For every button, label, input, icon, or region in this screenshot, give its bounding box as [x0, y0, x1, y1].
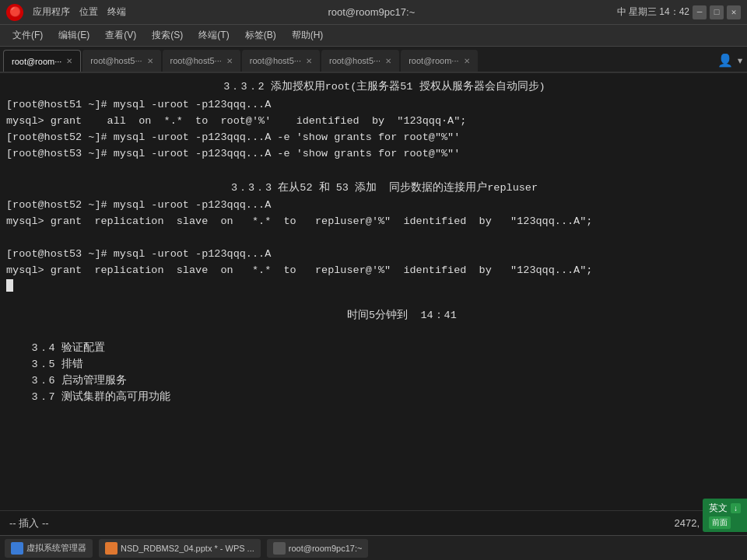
tab-3[interactable]: root@host5··· ✕ — [242, 50, 320, 72]
term-line-4: [root@host53 ~]# mysql -uroot -p123qqq..… — [6, 146, 741, 163]
title-bar-left: 🔴 应用程序 位置 终端 — [6, 4, 126, 21]
tab-1-label: root@host5··· — [90, 56, 142, 65]
term-line-12 — [6, 292, 741, 308]
title-bar: 🔴 应用程序 位置 终端 root@room9pc17:~ 中 星期三 14：4… — [0, 0, 747, 25]
tab-5[interactable]: root@room··· ✕ — [401, 50, 477, 72]
term-menu-2: 3．5 排错 — [6, 357, 741, 373]
close-button[interactable]: ✕ — [727, 5, 741, 19]
menu-app[interactable]: 应用程序 — [33, 5, 70, 19]
term-line-1: [root@host51 ~]# mysql -uroot -p123qqq..… — [6, 97, 741, 114]
tab-5-close[interactable]: ✕ — [464, 57, 470, 65]
taskbar-pptx-icon — [105, 542, 117, 555]
term-menu-1: 3．4 验证配置 — [6, 341, 741, 357]
tab-1-close[interactable]: ✕ — [147, 57, 153, 65]
taskbar: 虚拟系统管理器 NSD_RDBMS2_04.pptx * - WPS ... r… — [0, 535, 747, 560]
term-line-0: 3．3．2 添加授权用root(主服务器51 授权从服务器会自动同步) — [6, 78, 741, 97]
tab-4-label: root@host5··· — [329, 56, 381, 65]
term-line-10: [root@host53 ~]# mysql -uroot -p123qqq..… — [6, 247, 741, 263]
menu-bar: 文件(F) 编辑(E) 查看(V) 搜索(S) 终端(T) 标签(B) 帮助(H… — [0, 25, 747, 47]
ime-row-top: 英文 ↓ — [709, 502, 741, 515]
menu-file[interactable]: 文件(F) — [6, 27, 49, 44]
tab-0[interactable]: root@room··· ✕ — [3, 50, 81, 72]
taskbar-terminal-label: root@room9pc17:~ — [289, 544, 363, 553]
menu-help[interactable]: 帮助(H) — [286, 27, 330, 44]
tab-2-close[interactable]: ✕ — [226, 57, 233, 65]
term-line-3: [root@host52 ~]# mysql -uroot -p123qqq..… — [6, 130, 741, 146]
taskbar-terminal-icon — [273, 542, 286, 555]
tab-0-close[interactable]: ✕ — [66, 57, 72, 65]
ime-row-bottom: 前面 — [709, 516, 741, 529]
menu-term[interactable]: 终端 — [107, 5, 126, 19]
ime-badge[interactable]: 英文 ↓ 前面 — [703, 499, 747, 532]
menu-terminal[interactable]: 终端(T) — [192, 27, 235, 44]
term-line-11: mysql> grant replication slave on *.* to… — [6, 263, 741, 279]
tab-4[interactable]: root@host5··· ✕ — [321, 50, 399, 72]
term-line-8: mysql> grant replication slave on *.* to… — [6, 214, 741, 230]
term-cursor-line — [6, 279, 741, 292]
status-bar: -- 插入 -- 2472, 1 55% — [0, 510, 747, 535]
insert-mode: -- 插入 -- — [9, 516, 49, 530]
term-blank-1 — [6, 324, 741, 341]
cursor — [6, 279, 13, 292]
term-line-5 — [6, 163, 741, 179]
ime-inner: 英文 ↓ 前面 — [709, 502, 741, 529]
ime-arrow-btn[interactable]: ↓ — [731, 503, 741, 513]
tab-1[interactable]: root@host5··· ✕ — [82, 50, 160, 72]
ime-label: 英文 — [709, 502, 728, 515]
tab-2[interactable]: root@host5··· ✕ — [163, 50, 240, 72]
menu-pos[interactable]: 位置 — [79, 5, 98, 19]
term-menu-3: 3．6 启动管理服务 — [6, 373, 741, 390]
tab-3-close[interactable]: ✕ — [306, 57, 312, 65]
taskbar-terminal[interactable]: root@room9pc17:~ — [267, 539, 369, 558]
terminal-content[interactable]: 3．3．2 添加授权用root(主服务器51 授权从服务器会自动同步) [roo… — [0, 73, 747, 510]
tab-4-close[interactable]: ✕ — [385, 57, 391, 65]
taskbar-vm-label: 虚拟系统管理器 — [26, 542, 86, 554]
tab-2-label: root@host5··· — [170, 56, 222, 65]
taskbar-pptx[interactable]: NSD_RDBMS2_04.pptx * - WPS ... — [99, 539, 261, 558]
tab-bar: root@room··· ✕ root@host5··· ✕ root@host… — [0, 47, 747, 73]
taskbar-vm-icon — [11, 542, 23, 555]
tab-actions: 👤 ▾ — [717, 53, 744, 72]
taskbar-vm[interactable]: 虚拟系统管理器 — [5, 539, 93, 558]
tab-dropdown-icon[interactable]: ▾ — [736, 53, 744, 68]
minimize-button[interactable]: ─ — [693, 5, 707, 19]
ime-front-btn[interactable]: 前面 — [709, 516, 731, 529]
term-line-2: mysql> grant all on *.* to root@'%' iden… — [6, 114, 741, 130]
menu-label[interactable]: 标签(B) — [239, 27, 282, 44]
taskbar-pptx-label: NSD_RDBMS2_04.pptx * - WPS ... — [121, 544, 254, 553]
term-timeinfo: 时间5分钟到 14：41 — [6, 308, 741, 324]
tab-3-label: root@host5··· — [250, 56, 301, 65]
term-line-9 — [6, 230, 741, 247]
term-menu-4: 3．7 测试集群的高可用功能 — [6, 390, 741, 406]
menu-view[interactable]: 查看(V) — [99, 27, 142, 44]
menu-search[interactable]: 搜索(S) — [146, 27, 189, 44]
tab-0-label: root@room··· — [12, 57, 61, 66]
app-icon: 🔴 — [6, 4, 23, 21]
term-line-6: 3．3．3 在从52 和 53 添加 同步数据的连接用户repluser — [6, 179, 741, 198]
maximize-button[interactable]: □ — [710, 5, 724, 19]
menu-edit[interactable]: 编辑(E) — [52, 27, 96, 44]
window-title: root@room9pc17:~ — [126, 6, 617, 18]
title-bar-right: 中 星期三 14：42 ─ □ ✕ — [617, 5, 741, 19]
tab-5-label: root@room··· — [409, 56, 458, 65]
term-line-7: [root@host52 ~]# mysql -uroot -p123qqq..… — [6, 198, 741, 214]
clock: 中 星期三 14：42 — [617, 5, 689, 19]
tab-user-icon[interactable]: 👤 — [717, 53, 733, 68]
